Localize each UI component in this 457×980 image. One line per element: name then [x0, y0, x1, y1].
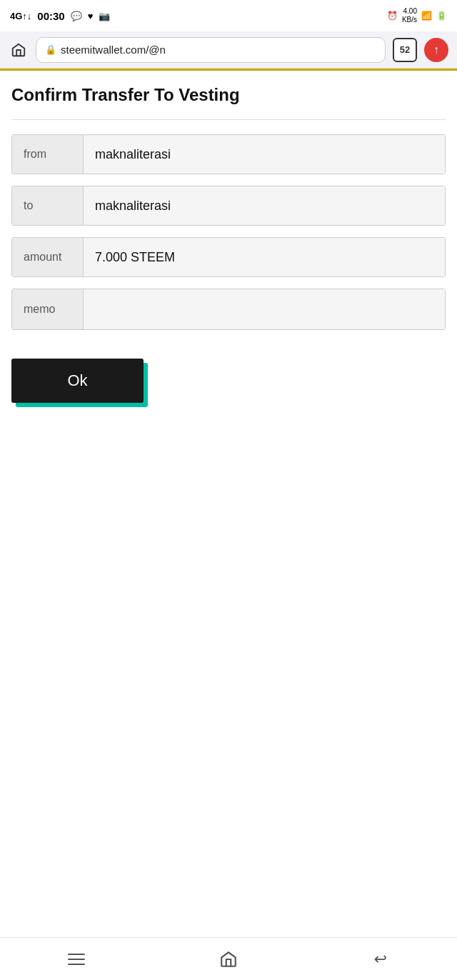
status-left: 4G↑↓ 00:30 💬 ♥ 📷 — [10, 10, 110, 22]
menu-icon — [68, 954, 85, 965]
to-row: to maknaliterasi — [11, 186, 446, 226]
upload-arrow-icon: ↑ — [433, 44, 439, 56]
lock-icon: 🔒 — [45, 44, 56, 55]
amount-label: amount — [12, 238, 84, 276]
tabs-button[interactable]: 52 — [393, 38, 417, 62]
title-divider — [11, 119, 446, 120]
to-value: maknaliterasi — [84, 186, 445, 225]
back-button[interactable]: ↪ — [359, 944, 402, 975]
menu-button[interactable] — [55, 944, 98, 975]
upload-button[interactable]: ↑ — [424, 38, 448, 62]
from-label: from — [12, 135, 84, 174]
to-label: to — [12, 186, 84, 225]
page-title: Confirm Transfer To Vesting — [11, 85, 446, 105]
memo-label: memo — [12, 289, 84, 329]
amount-row: amount 7.000 STEEM — [11, 237, 446, 277]
memo-row: memo — [11, 289, 446, 330]
back-arrow-icon: ↪ — [374, 950, 387, 969]
ok-button-wrapper: Ok — [11, 359, 144, 403]
address-bar[interactable]: 🔒 steemitwallet.com/@n — [36, 37, 386, 63]
camera-icon: 📷 — [99, 11, 110, 21]
ok-button[interactable]: Ok — [11, 359, 144, 403]
whatsapp-icon: 💬 — [71, 11, 82, 21]
home-nav-icon — [219, 950, 238, 969]
status-time: 00:30 — [37, 10, 64, 22]
alarm-icon: ⏰ — [387, 11, 398, 21]
browser-home-button[interactable] — [9, 40, 29, 60]
main-content: Confirm Transfer To Vesting from maknali… — [0, 71, 457, 937]
facebook-icon: ♥ — [88, 11, 94, 21]
from-row: from maknaliterasi — [11, 134, 446, 174]
wifi-icon: 📶 — [421, 11, 432, 21]
url-text: steemitwallet.com/@n — [61, 44, 166, 56]
browser-bar: 🔒 steemitwallet.com/@n 52 ↑ — [0, 31, 457, 69]
speed-display: 4.00 KB/s — [402, 7, 417, 24]
home-nav-button[interactable] — [207, 944, 250, 975]
status-bar: 4G↑↓ 00:30 💬 ♥ 📷 ⏰ 4.00 KB/s 📶 🔋 — [0, 0, 457, 31]
battery-icon: 🔋 — [436, 11, 447, 21]
status-right: ⏰ 4.00 KB/s 📶 🔋 — [387, 7, 447, 24]
memo-value — [84, 289, 445, 329]
from-value: maknaliterasi — [84, 135, 445, 174]
signal-icon: 4G↑↓ — [10, 11, 31, 21]
bottom-nav: ↪ — [0, 937, 457, 980]
tabs-count: 52 — [400, 44, 410, 55]
amount-value: 7.000 STEEM — [84, 238, 445, 276]
